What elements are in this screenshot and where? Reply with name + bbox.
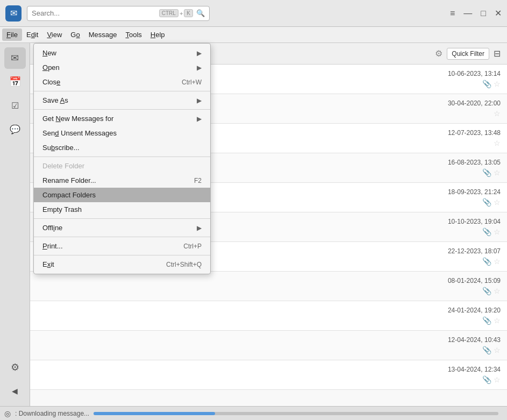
menu-item-get-new-messages[interactable]: Get New Messages for ▶ bbox=[34, 111, 210, 126]
menu-item-label: Save As bbox=[42, 96, 197, 104]
menu-item-close[interactable]: Close Ctrl+W bbox=[34, 75, 210, 89]
menu-separator bbox=[34, 109, 210, 110]
menu-separator bbox=[34, 237, 210, 237]
star-icon[interactable]: ☆ bbox=[494, 109, 501, 118]
email-meta: 18-09-2023, 21:24 📎 ☆ bbox=[448, 188, 501, 207]
attachment-icon: 📎 bbox=[482, 346, 491, 354]
star-icon[interactable]: ☆ bbox=[494, 257, 501, 266]
email-icons: 📎 ☆ bbox=[482, 80, 501, 88]
attachment-icon: 📎 bbox=[482, 287, 491, 295]
menu-item-compact-folders[interactable]: Compact Folders bbox=[34, 188, 210, 202]
menu-item-offline[interactable]: Offline ▶ bbox=[34, 220, 210, 235]
star-icon[interactable]: ☆ bbox=[494, 346, 501, 354]
email-date: 22-12-2023, 18:07 bbox=[448, 247, 501, 255]
k-key: K bbox=[184, 9, 193, 17]
search-input[interactable] bbox=[32, 9, 156, 17]
table-row[interactable]: 12-04-2024, 10:43 📎 ☆ bbox=[30, 331, 507, 360]
email-icons: 📎 ☆ bbox=[482, 346, 501, 354]
menu-item-label: Print... bbox=[42, 242, 183, 250]
sidebar-icon-chat[interactable]: 💬 bbox=[4, 118, 26, 140]
titlebar-controls: ≡ — □ ✕ bbox=[450, 8, 502, 18]
email-date: 24-01-2024, 19:20 bbox=[448, 307, 501, 314]
status-text: : Downloading message... bbox=[15, 410, 89, 417]
star-icon[interactable]: ☆ bbox=[494, 139, 501, 147]
submenu-arrow-icon: ▶ bbox=[197, 64, 202, 72]
menu-item-exit[interactable]: Exit Ctrl+Shift+Q bbox=[34, 257, 210, 272]
star-icon[interactable]: ☆ bbox=[494, 227, 501, 236]
email-date: 12-07-2023, 13:48 bbox=[448, 129, 501, 137]
email-icons: 📎 ☆ bbox=[482, 316, 501, 325]
email-meta: 22-12-2023, 18:07 📎 ☆ bbox=[448, 247, 501, 266]
search-bar: CTRL + K 🔍 bbox=[27, 6, 210, 21]
menu-item-new[interactable]: New ▶ bbox=[34, 46, 210, 60]
menu-item-label: Send Unsent Messages bbox=[42, 129, 202, 137]
menu-item-save-as[interactable]: Save As ▶ bbox=[34, 93, 210, 108]
email-icons: 📎 ☆ bbox=[482, 168, 501, 177]
menubar-item-go[interactable]: Go bbox=[66, 29, 84, 41]
thread-icon[interactable]: ⊟ bbox=[494, 48, 501, 59]
email-date: 10-10-2023, 19:04 bbox=[448, 218, 501, 225]
email-date: 08-01-2024, 15:09 bbox=[448, 277, 501, 284]
table-row[interactable]: 08-01-2024, 15:09 📎 ☆ bbox=[30, 272, 507, 301]
star-icon[interactable]: ☆ bbox=[494, 375, 501, 384]
attachment-icon: 📎 bbox=[482, 257, 491, 266]
menu-separator bbox=[34, 156, 210, 157]
menu-item-print[interactable]: Print... Ctrl+P bbox=[34, 239, 210, 253]
menu-item-rename-folder[interactable]: Rename Folder... F2 bbox=[34, 173, 210, 188]
attachment-icon: 📎 bbox=[482, 168, 491, 177]
menubar-item-help[interactable]: Help bbox=[146, 29, 169, 41]
menubar-item-message[interactable]: Message bbox=[84, 29, 122, 41]
quick-filter-button[interactable]: Quick Filter bbox=[447, 48, 489, 60]
email-date: 16-08-2023, 13:05 bbox=[448, 159, 501, 166]
star-icon[interactable]: ☆ bbox=[494, 168, 501, 177]
star-icon[interactable]: ☆ bbox=[494, 198, 501, 207]
search-icon[interactable]: 🔍 bbox=[196, 9, 205, 17]
menubar-item-tools[interactable]: Tools bbox=[121, 29, 146, 41]
menubar-item-file[interactable]: File bbox=[2, 29, 22, 41]
submenu-arrow-icon: ▶ bbox=[197, 97, 202, 104]
email-meta: 12-07-2023, 13:48 ☆ bbox=[448, 129, 501, 147]
email-meta: 13-04-2024, 12:34 📎 ☆ bbox=[448, 366, 501, 384]
maximize-button[interactable]: □ bbox=[481, 9, 486, 18]
app-icon: ✉ bbox=[5, 5, 22, 22]
menu-button[interactable]: ≡ bbox=[450, 9, 455, 18]
close-button[interactable]: ✕ bbox=[495, 8, 502, 18]
status-icon: ◎ bbox=[4, 409, 11, 418]
menu-item-subscribe[interactable]: Subscribe... bbox=[34, 140, 210, 155]
menu-item-shortcut: Ctrl+W bbox=[182, 79, 202, 86]
email-date: 18-09-2023, 21:24 bbox=[448, 188, 501, 196]
menu-item-label: Rename Folder... bbox=[42, 176, 194, 184]
menu-item-send-unsent[interactable]: Send Unsent Messages bbox=[34, 126, 210, 140]
table-row[interactable]: 24-01-2024, 19:20 📎 ☆ bbox=[30, 301, 507, 331]
plus-sign: + bbox=[180, 10, 183, 17]
menubar-item-edit[interactable]: Edit bbox=[22, 29, 42, 41]
star-icon[interactable]: ☆ bbox=[494, 80, 501, 88]
file-menu-dropdown: New ▶ Open ▶ Close Ctrl+W Save As ▶ Get … bbox=[33, 43, 211, 274]
menu-item-label: Subscribe... bbox=[42, 144, 202, 152]
menu-item-empty-trash[interactable]: Empty Trash bbox=[34, 202, 210, 217]
email-meta: 10-06-2023, 13:14 📎 ☆ bbox=[448, 70, 501, 88]
menu-item-shortcut: F2 bbox=[194, 177, 202, 184]
menu-item-label: New bbox=[42, 49, 197, 57]
sidebar-icon-settings[interactable]: ⚙ bbox=[4, 357, 26, 378]
sidebar-icon-email[interactable]: ✉ bbox=[4, 47, 26, 69]
email-meta: 16-08-2023, 13:05 📎 ☆ bbox=[448, 159, 501, 177]
sidebar-icon-calendar[interactable]: 📅 bbox=[4, 71, 26, 92]
menu-separator bbox=[34, 91, 210, 91]
table-row[interactable]: 13-04-2024, 12:34 📎 ☆ bbox=[30, 360, 507, 390]
email-icons: 📎 ☆ bbox=[482, 227, 501, 236]
status-progress-fill bbox=[94, 412, 215, 415]
menu-item-label: Delete Folder bbox=[42, 162, 202, 170]
sidebar-icon-tasks[interactable]: ☑ bbox=[4, 95, 26, 116]
menu-item-open[interactable]: Open ▶ bbox=[34, 60, 210, 75]
attachment-icon: 📎 bbox=[482, 375, 491, 384]
email-meta: 12-04-2024, 10:43 📎 ☆ bbox=[448, 336, 501, 354]
sidebar-icon-collapse[interactable]: ◀ bbox=[4, 380, 26, 402]
menubar-item-view[interactable]: View bbox=[42, 29, 66, 41]
minimize-button[interactable]: — bbox=[463, 9, 472, 18]
menu-item-label: Open bbox=[42, 63, 197, 72]
email-icons: 📎 ☆ bbox=[482, 375, 501, 384]
star-icon[interactable]: ☆ bbox=[494, 287, 501, 295]
menu-item-delete-folder: Delete Folder bbox=[34, 159, 210, 173]
star-icon[interactable]: ☆ bbox=[494, 316, 501, 325]
